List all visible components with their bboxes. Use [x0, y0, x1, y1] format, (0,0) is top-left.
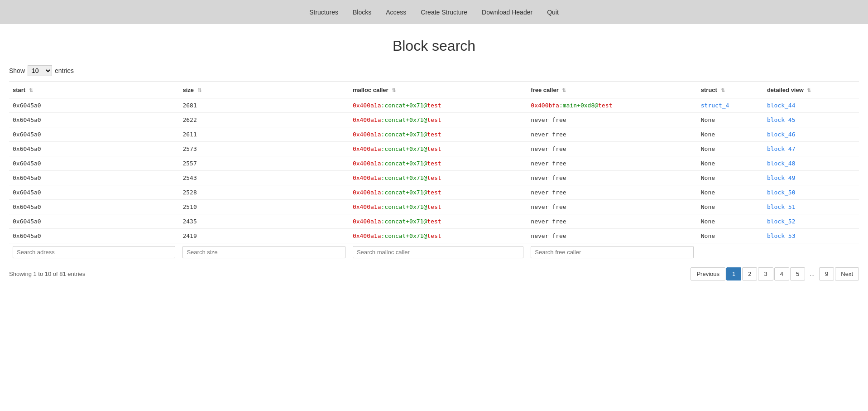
cell-start: 0x6045a0 — [9, 98, 179, 113]
detail-link[interactable]: block_45 — [767, 116, 796, 123]
table-row: 0x6045a026220x400a1a:concat+0x71@testnev… — [9, 113, 859, 127]
cell-free-caller: never free — [527, 142, 697, 156]
search-free-cell — [527, 243, 697, 261]
detail-link[interactable]: block_51 — [767, 203, 796, 210]
cell-malloc-caller: 0x400a1a:concat+0x71@test — [349, 98, 527, 113]
cell-start: 0x6045a0 — [9, 113, 179, 127]
table-row: 0x6045a025100x400a1a:concat+0x71@testnev… — [9, 200, 859, 214]
detail-link[interactable]: block_49 — [767, 174, 796, 181]
cell-struct: None — [697, 185, 763, 200]
cell-detail[interactable]: block_45 — [763, 113, 859, 127]
cell-size: 2573 — [179, 142, 349, 156]
pagination-page-1[interactable]: 1 — [726, 267, 741, 280]
pagination-page-5[interactable]: 5 — [790, 267, 805, 280]
cell-struct: None — [697, 214, 763, 229]
cell-malloc-caller: 0x400a1a:concat+0x71@test — [349, 171, 527, 185]
detail-link[interactable]: block_46 — [767, 131, 796, 138]
cell-detail[interactable]: block_52 — [763, 214, 859, 229]
nav-structures[interactable]: Structures — [309, 9, 338, 16]
sort-icon-free: ⇅ — [562, 87, 566, 93]
search-detail-cell — [763, 243, 859, 261]
cell-struct: None — [697, 127, 763, 142]
detail-link[interactable]: block_47 — [767, 145, 796, 152]
col-header-struct[interactable]: struct ⇅ — [697, 82, 763, 98]
search-address-cell — [9, 243, 179, 261]
sort-icon-malloc: ⇅ — [392, 87, 396, 93]
cell-free-caller: never free — [527, 156, 697, 171]
cell-detail[interactable]: block_46 — [763, 127, 859, 142]
cell-detail[interactable]: block_47 — [763, 142, 859, 156]
cell-free-caller: never free — [527, 113, 697, 127]
cell-size: 2435 — [179, 214, 349, 229]
cell-detail[interactable]: block_53 — [763, 229, 859, 243]
search-size-input[interactable] — [182, 246, 345, 258]
col-header-detailed-view[interactable]: detailed view ⇅ — [763, 82, 859, 98]
search-malloc-input[interactable] — [353, 246, 523, 258]
cell-malloc-caller: 0x400a1a:concat+0x71@test — [349, 113, 527, 127]
table-row: 0x6045a024190x400a1a:concat+0x71@testnev… — [9, 229, 859, 243]
nav-blocks[interactable]: Blocks — [353, 9, 371, 16]
cell-size: 2557 — [179, 156, 349, 171]
table-row: 0x6045a024350x400a1a:concat+0x71@testnev… — [9, 214, 859, 229]
cell-detail[interactable]: block_48 — [763, 156, 859, 171]
nav-create-structure[interactable]: Create Structure — [421, 9, 467, 16]
cell-free-caller: never free — [527, 171, 697, 185]
cell-start: 0x6045a0 — [9, 214, 179, 229]
search-malloc-cell — [349, 243, 527, 261]
cell-malloc-caller: 0x400a1a:concat+0x71@test — [349, 214, 527, 229]
struct-link[interactable]: struct_4 — [701, 102, 729, 109]
search-struct-cell — [697, 243, 763, 261]
table-row: 0x6045a025280x400a1a:concat+0x71@testnev… — [9, 185, 859, 200]
table-row: 0x6045a025570x400a1a:concat+0x71@testnev… — [9, 156, 859, 171]
col-header-start[interactable]: start ⇅ — [9, 82, 179, 98]
sort-icon-struct: ⇅ — [721, 87, 725, 93]
cell-size: 2510 — [179, 200, 349, 214]
col-header-size[interactable]: size ⇅ — [179, 82, 349, 98]
show-entries-label-after: entries — [55, 67, 74, 74]
pagination-page-9[interactable]: 9 — [819, 267, 834, 280]
cell-start: 0x6045a0 — [9, 200, 179, 214]
col-header-free-caller[interactable]: free caller ⇅ — [527, 82, 697, 98]
cell-struct[interactable]: struct_4 — [697, 98, 763, 113]
cell-detail[interactable]: block_51 — [763, 200, 859, 214]
detail-link[interactable]: block_48 — [767, 160, 796, 167]
pagination-next[interactable]: Next — [835, 267, 859, 280]
cell-detail[interactable]: block_49 — [763, 171, 859, 185]
blocks-table: start ⇅ size ⇅ malloc caller ⇅ free call… — [9, 82, 859, 261]
cell-free-caller: never free — [527, 200, 697, 214]
nav-download-header[interactable]: Download Header — [482, 9, 532, 16]
cell-free-caller: never free — [527, 214, 697, 229]
detail-link[interactable]: block_44 — [767, 102, 796, 109]
nav-quit[interactable]: Quit — [547, 9, 559, 16]
pagination-page-3[interactable]: 3 — [758, 267, 773, 280]
detail-link[interactable]: block_52 — [767, 218, 796, 225]
table-row: 0x6045a025730x400a1a:concat+0x71@testnev… — [9, 142, 859, 156]
table-row: 0x6045a026810x400a1a:concat+0x71@test0x4… — [9, 98, 859, 113]
entries-select[interactable]: 102550100 — [28, 65, 52, 76]
pagination-page-4[interactable]: 4 — [774, 267, 789, 280]
sort-icon-start: ⇅ — [29, 87, 33, 93]
cell-struct: None — [697, 156, 763, 171]
cell-detail[interactable]: block_50 — [763, 185, 859, 200]
cell-free-caller: never free — [527, 185, 697, 200]
pagination-page-2[interactable]: 2 — [742, 267, 757, 280]
pagination: Previous12345...9Next — [691, 267, 859, 280]
nav-access[interactable]: Access — [386, 9, 406, 16]
search-free-input[interactable] — [531, 246, 693, 258]
cell-malloc-caller: 0x400a1a:concat+0x71@test — [349, 156, 527, 171]
cell-struct: None — [697, 113, 763, 127]
show-entries-label-before: Show — [9, 67, 25, 74]
cell-size: 2419 — [179, 229, 349, 243]
col-header-malloc-caller[interactable]: malloc caller ⇅ — [349, 82, 527, 98]
cell-struct: None — [697, 171, 763, 185]
detail-link[interactable]: block_50 — [767, 189, 796, 196]
pagination-previous[interactable]: Previous — [691, 267, 725, 280]
cell-detail[interactable]: block_44 — [763, 98, 859, 113]
cell-start: 0x6045a0 — [9, 171, 179, 185]
cell-free-caller: never free — [527, 127, 697, 142]
cell-size: 2681 — [179, 98, 349, 113]
search-address-input[interactable] — [13, 246, 175, 258]
cell-malloc-caller: 0x400a1a:concat+0x71@test — [349, 142, 527, 156]
detail-link[interactable]: block_53 — [767, 232, 796, 239]
cell-malloc-caller: 0x400a1a:concat+0x71@test — [349, 185, 527, 200]
